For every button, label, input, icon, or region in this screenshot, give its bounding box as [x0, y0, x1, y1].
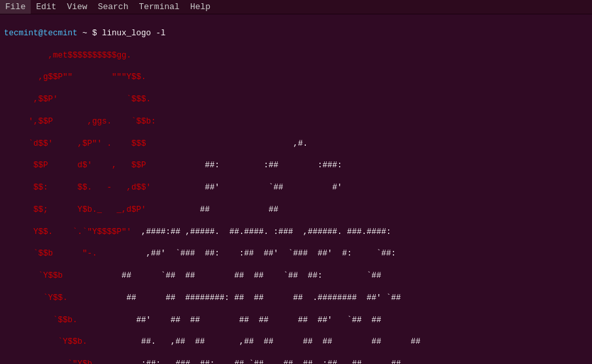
menu-search[interactable]: Search: [93, 0, 134, 14]
menu-help[interactable]: Help: [185, 0, 216, 14]
terminal-content[interactable]: tecmint@tecmint ~ $ linux_logo -l ,met$$…: [0, 14, 592, 364]
menu-file[interactable]: File: [0, 0, 31, 14]
menu-terminal[interactable]: Terminal: [133, 0, 184, 14]
menubar: File Edit View Search Terminal Help: [0, 0, 592, 14]
menu-edit[interactable]: Edit: [31, 0, 61, 14]
menu-view[interactable]: View: [61, 0, 92, 14]
terminal-window: tecmint@tecmint ~ $ linux_logo -l ,met$$…: [0, 14, 592, 364]
